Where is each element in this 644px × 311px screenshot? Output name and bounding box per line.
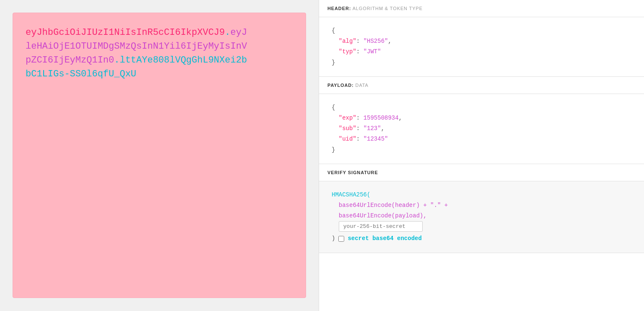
header-section: HEADER: ALGORITHM & TOKEN TYPE { "alg": … (319, 0, 644, 77)
header-open-brace: { (332, 27, 335, 34)
payload-close-brace: } (332, 146, 335, 153)
header-sublabel: ALGORITHM & TOKEN TYPE (353, 6, 423, 11)
secret-encoded-row: ) secret base64 encoded (332, 233, 631, 244)
verify-section: VERIFY SIGNATURE HMACSHA256( base64UrlEn… (319, 164, 644, 253)
header-typ-key: "typ" (339, 48, 356, 55)
jwt-header-part: eyJhbGciOiJIUzI1NiIsInR5cCI6IkpXVCJ9 (26, 27, 225, 38)
payload-sub-key: "sub" (339, 125, 356, 132)
close-paren: ) (332, 233, 335, 244)
verify-line2: base64UrlEncode(payload), (339, 212, 427, 219)
payload-label: PAYLOAD: (327, 83, 354, 88)
header-body: { "alg": "HS256", "typ": "JWT" } (319, 17, 644, 76)
secret-input[interactable] (339, 221, 423, 232)
verify-line1: base64UrlEncode(header) + "." + (339, 202, 448, 209)
payload-body: { "exp": 1595508934, "sub": "123", "uid"… (319, 94, 644, 164)
payload-open-brace: { (332, 104, 335, 111)
header-alg-key: "alg" (339, 38, 356, 44)
header-alg-value: "HS256" (364, 38, 388, 44)
payload-sublabel: DATA (356, 83, 369, 88)
payload-sub-value: "123" (364, 125, 381, 132)
payload-exp-key: "exp" (339, 115, 356, 121)
jwt-dot-2: . (114, 55, 119, 65)
payload-exp-value: 1595508934 (364, 115, 399, 121)
base64-label: secret base64 encoded (348, 233, 421, 244)
jwt-dot-1: . (225, 27, 230, 38)
header-typ-value: "JWT" (364, 48, 381, 55)
payload-section-label: PAYLOAD: DATA (319, 77, 644, 94)
header-label: HEADER: (327, 6, 351, 11)
header-close-brace: } (332, 59, 335, 66)
header-section-label: HEADER: ALGORITHM & TOKEN TYPE (319, 0, 644, 17)
verify-fn-name: HMACSHA256( (332, 191, 370, 198)
verify-label: VERIFY SIGNATURE (327, 170, 378, 175)
base64-checkbox[interactable] (338, 236, 344, 242)
jwt-token-box[interactable]: eyJhbGciOiJIUzI1NiIsInR5cCI6IkpXVCJ9.eyJ… (13, 13, 306, 298)
payload-uid-key: "uid" (339, 136, 356, 142)
header-alg-colon: : (356, 38, 364, 44)
payload-section: PAYLOAD: DATA { "exp": 1595508934, "sub"… (319, 77, 644, 164)
verify-body: HMACSHA256( base64UrlEncode(header) + ".… (319, 181, 644, 253)
right-panel: HEADER: ALGORITHM & TOKEN TYPE { "alg": … (319, 0, 644, 311)
payload-uid-value: "12345" (364, 136, 388, 142)
left-panel: eyJhbGciOiJIUzI1NiIsInR5cCI6IkpXVCJ9.eyJ… (0, 0, 319, 311)
verify-section-label: VERIFY SIGNATURE (319, 164, 644, 181)
